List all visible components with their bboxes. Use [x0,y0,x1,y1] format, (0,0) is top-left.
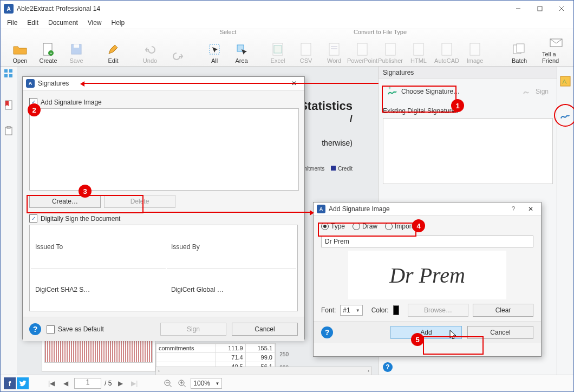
last-page-button[interactable]: ▶| [129,378,140,389]
svg-rect-23 [517,44,524,53]
twitter-icon[interactable] [17,377,29,389]
dialog-icon: A [26,79,35,88]
tool-image[interactable]: Image [461,32,489,65]
svg-rect-17 [357,43,367,55]
app-title: Able2Extract Professional 14 [17,5,100,12]
tool-autocad[interactable]: AutoCAD [433,32,461,65]
menu-document[interactable]: Document [44,17,82,28]
add-signature-image-label: Add Signature Image [41,99,102,106]
svg-rect-28 [4,69,8,73]
signature-text-input[interactable]: Dr Prem [321,236,533,247]
zoom-in-button[interactable] [177,378,187,389]
next-page-button[interactable]: ▶ [115,378,126,389]
annotation-arrow-1 [82,83,379,84]
table-row[interactable]: DigiCert SHA2 S…DigiCert Global … [31,270,296,310]
first-page-button[interactable]: |◀ [46,378,57,389]
mode-draw-radio[interactable]: Draw [353,223,377,230]
tool-select-all[interactable]: All [201,32,228,65]
signature-image-preview-box [29,108,299,191]
zoom-out-button[interactable] [162,378,173,389]
app-icon: A [4,4,14,14]
dialog-titlebar: A Add Signature Image ? ✕ [314,202,541,216]
bookmark-icon[interactable] [4,100,14,110]
minimize-button[interactable] [507,1,529,17]
svg-line-39 [169,385,172,387]
svg-line-43 [184,385,186,387]
svg-rect-20 [442,43,452,55]
font-label: Font: [321,306,336,314]
dialog-help-icon[interactable]: ? [29,323,41,335]
dialog-title: Add Signature Image [329,205,390,213]
tool-word[interactable]: Word [320,32,348,65]
mode-type-radio[interactable]: Type [321,223,345,230]
cancel-button[interactable]: Cancel [232,323,298,336]
right-rail [557,67,573,375]
tool-open[interactable]: Open [6,32,34,65]
tool-html[interactable]: HTML [405,32,433,65]
tool-powerpoint[interactable]: PowerPoint [348,32,376,65]
toolbar-group-convert: Convert to File Type [260,29,500,35]
signature-tool-icon[interactable] [554,104,574,127]
digitally-sign-checkbox[interactable]: ✓ [29,214,37,223]
menu-help[interactable]: Help [107,17,129,28]
horizontal-scrollbar[interactable]: ‹› [155,367,372,375]
facebook-icon[interactable]: f [4,377,16,389]
create-signature-button[interactable]: Create… [29,195,101,208]
annotation-badge-5: 5 [411,333,424,346]
tool-select-area[interactable]: Area [228,32,255,65]
annotate-icon[interactable] [559,75,571,89]
save-as-default-label: Save as Default [58,325,104,333]
tool-excel[interactable]: Excel [264,32,292,65]
svg-rect-30 [4,74,8,77]
mode-import-radio[interactable]: Import [385,223,413,230]
tool-redo[interactable] [164,32,192,65]
dialog-title: Signatures [38,80,69,87]
choose-signature-button[interactable]: + Choose Signature… [383,84,464,99]
svg-rect-13 [301,43,311,55]
menu-file[interactable]: File [3,17,22,28]
panel-help-icon[interactable]: ? [383,362,393,372]
menu-view[interactable]: View [83,17,106,28]
tool-csv[interactable]: CSV [292,32,320,65]
browse-button: Browse… [408,304,468,317]
add-button[interactable]: Add [390,326,462,339]
dialog-help-qmark[interactable]: ? [506,204,520,214]
add-signature-dialog: A Add Signature Image ? ✕ Type Draw Impo… [313,202,542,357]
signature-preview: Dr Prem [348,251,506,299]
tool-edit[interactable]: Edit [99,32,127,65]
zoom-combo[interactable]: 100%▼ [191,378,222,389]
svg-rect-21 [470,43,480,55]
tool-save[interactable]: Save [62,32,90,65]
svg-rect-29 [9,69,12,73]
cancel-button[interactable]: Cancel [467,326,533,339]
maximize-button[interactable] [529,1,551,17]
tool-tell-a-friend[interactable]: Tell a Friend [542,32,570,65]
font-combo[interactable]: #1▼ [340,305,362,316]
save-as-default-checkbox[interactable] [47,325,55,334]
tool-batch[interactable]: Batch [505,32,533,65]
dialog-icon: A [317,205,325,213]
menu-edit[interactable]: Edit [23,17,43,28]
dialog-help-icon[interactable]: ? [321,326,333,338]
thumbnails-grid-icon[interactable] [4,69,14,79]
color-swatch[interactable] [393,305,399,315]
panel-sign-button: Sign [518,85,553,98]
page-number-input[interactable]: 1 [74,378,101,389]
existing-signatures-list[interactable] [383,118,553,184]
certificate-table[interactable]: Issued ToIssued By DigiCert SHA2 S…DigiC… [29,225,298,311]
dialog-close-button[interactable]: ✕ [524,204,538,214]
close-button[interactable] [551,1,572,17]
col-issued-by: Issued By [167,226,296,269]
existing-signatures-label: Existing Digital Signatures [379,104,557,118]
color-label: Color: [371,306,389,314]
clipboard-icon[interactable] [4,126,14,136]
annotation-badge-1: 1 [451,99,464,112]
svg-rect-34 [7,126,10,128]
annotation-badge-2: 2 [28,103,41,116]
tool-publisher[interactable]: Publisher [376,32,405,65]
tool-create[interactable]: +Create [34,32,62,65]
clear-button[interactable]: Clear [473,304,533,317]
svg-text:+: + [50,51,53,56]
prev-page-button[interactable]: ◀ [60,378,71,389]
tool-undo[interactable]: Undo [136,32,164,65]
